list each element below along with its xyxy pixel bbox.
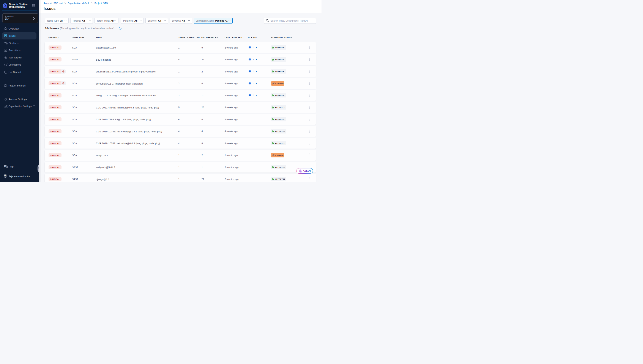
svg-text:?: ? (5, 165, 6, 167)
